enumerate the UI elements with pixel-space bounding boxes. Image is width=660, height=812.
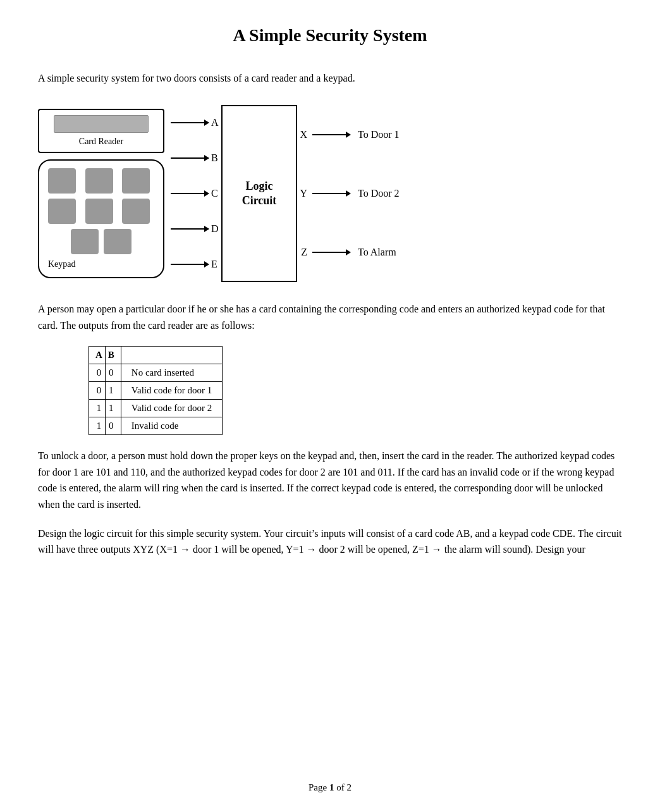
footer-suffix: of 2: [334, 782, 351, 792]
body-paragraph-3: Design the logic circuit for this simple…: [38, 526, 622, 558]
key-3: [122, 168, 150, 194]
table-row: 1 1 Valid code for door 2: [89, 400, 223, 417]
card-reader-device: Card Reader: [38, 109, 164, 153]
arrow-B: [171, 157, 209, 159]
cell-desc-1: Valid code for door 1: [121, 382, 222, 400]
cell-B-2: 1: [105, 400, 121, 417]
body-paragraph-1: A person may open a particular door if h…: [38, 301, 622, 333]
keypad-bottom-row: [48, 229, 154, 254]
logic-circuit-label: LogicCircuit: [242, 179, 277, 209]
logic-circuit-box: LogicCircuit: [221, 105, 297, 282]
input-label-E: E: [211, 259, 221, 270]
footer-text: Page: [309, 782, 329, 792]
output-dest-Y: To Door 2: [358, 188, 400, 199]
output-section: X To Door 1 Y To Door 2 Z To Alarm: [297, 105, 400, 282]
table-body: 0 0 No card inserted 0 1 Valid code for …: [89, 364, 223, 435]
devices-column: Card Reader Keypad: [38, 109, 164, 278]
arrow-D-line: [171, 228, 209, 230]
input-label-A: A: [211, 117, 221, 128]
col-header-description: [121, 347, 222, 364]
table-row: 0 1 Valid code for door 1: [89, 382, 223, 400]
output-arrow-Y: [312, 193, 350, 194]
output-Y-row: Y To Door 2: [297, 188, 400, 199]
output-Z-row: Z To Alarm: [297, 247, 400, 258]
cell-desc-2: Valid code for door 2: [121, 400, 222, 417]
output-arrow-Z: [312, 252, 350, 253]
card-reader-table: A B 0 0 No card inserted 0 1 Valid code …: [89, 346, 223, 435]
cell-desc-0: No card inserted: [121, 364, 222, 382]
cell-A-0: 0: [89, 364, 106, 382]
output-X-row: X To Door 1: [297, 129, 400, 140]
page-title: A Simple Security System: [38, 25, 622, 46]
key-2: [85, 168, 113, 194]
intro-paragraph: A simple security system for two doors c…: [38, 71, 622, 86]
arrow-E: [171, 264, 209, 265]
table-header-row: A B: [89, 347, 223, 364]
body-paragraph-2: To unlock a door, a person must hold dow…: [38, 448, 622, 512]
arrow-B-line: [171, 157, 209, 159]
key-5: [85, 199, 113, 224]
arrow-C: [171, 193, 209, 194]
arrow-E-line: [171, 264, 209, 265]
arrow-A-line: [171, 122, 209, 123]
output-label-Z: Z: [297, 247, 307, 258]
output-arrow-X: [312, 134, 350, 135]
cell-A-1: 0: [89, 382, 106, 400]
arrow-D: [171, 228, 209, 230]
arrow-C-line: [171, 193, 209, 194]
col-header-A: A: [89, 347, 106, 364]
output-label-Y: Y: [297, 188, 307, 199]
cell-B-1: 1: [105, 382, 121, 400]
cell-A-3: 1: [89, 417, 106, 435]
arrow-A: [171, 122, 209, 123]
cell-desc-3: Invalid code: [121, 417, 222, 435]
input-labels: A B C D E: [209, 105, 221, 282]
card-reader-table-wrapper: A B 0 0 No card inserted 0 1 Valid code …: [89, 346, 622, 435]
keypad-grid: [48, 168, 154, 224]
key-1: [48, 168, 76, 194]
input-label-C: C: [211, 188, 221, 199]
card-reader-label: Card Reader: [79, 137, 123, 147]
table-row: 0 0 No card inserted: [89, 364, 223, 382]
output-dest-X: To Door 1: [358, 129, 400, 140]
output-label-X: X: [297, 129, 307, 140]
keypad-label: Keypad: [48, 259, 76, 269]
key-4: [48, 199, 76, 224]
input-arrows: [171, 105, 209, 282]
output-dest-Z: To Alarm: [358, 247, 396, 258]
cell-A-2: 1: [89, 400, 106, 417]
key-7: [71, 229, 99, 254]
key-6: [122, 199, 150, 224]
col-header-B: B: [105, 347, 121, 364]
cell-B-3: 0: [105, 417, 121, 435]
input-label-B: B: [211, 152, 221, 164]
key-8: [104, 229, 131, 254]
cell-B-0: 0: [105, 364, 121, 382]
keypad-device: Keypad: [38, 159, 164, 278]
card-strip: [54, 115, 149, 133]
table-row: 1 0 Invalid code: [89, 417, 223, 435]
diagram: Card Reader Keypad: [38, 105, 622, 282]
page-footer: Page 1 of 2: [0, 782, 660, 793]
input-label-D: D: [211, 223, 221, 235]
